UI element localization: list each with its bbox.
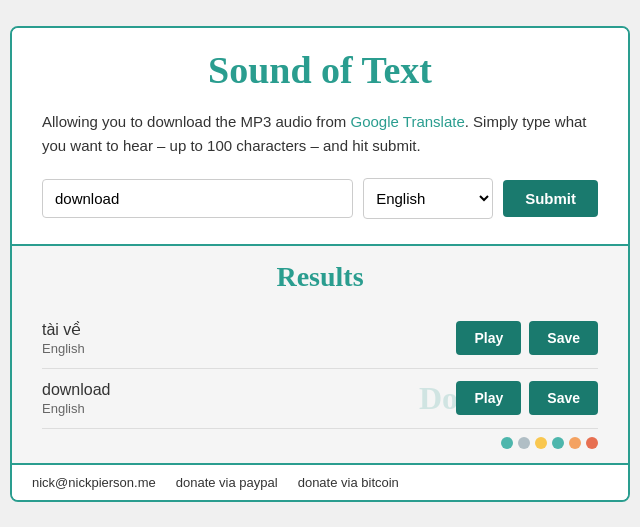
input-row: English Spanish French German Japanese C…	[42, 178, 598, 219]
submit-button[interactable]: Submit	[503, 180, 598, 217]
watermark: Do	[419, 380, 458, 417]
google-translate-link[interactable]: Google Translate	[351, 113, 465, 130]
footer-link-email[interactable]: nick@nickpierson.me	[32, 475, 156, 490]
dot-indicators	[501, 437, 598, 449]
dot-1	[501, 437, 513, 449]
app-title: Sound of Text	[42, 48, 598, 92]
result-text-1: tài về	[42, 320, 85, 339]
result-text-2: download	[42, 381, 111, 399]
footer-link-paypal[interactable]: donate via paypal	[176, 475, 278, 490]
result-info-1: tài về English	[42, 320, 85, 356]
play-button-1[interactable]: Play	[456, 321, 521, 355]
footer-link-bitcoin[interactable]: donate via bitcoin	[298, 475, 399, 490]
result-lang-1: English	[42, 341, 85, 356]
save-button-2[interactable]: Save	[529, 381, 598, 415]
results-section: Results tài về English Play Save downloa…	[12, 244, 628, 463]
description: Allowing you to download the MP3 audio f…	[42, 110, 598, 158]
description-before-link: Allowing you to download the MP3 audio f…	[42, 113, 351, 130]
play-button-2[interactable]: Play	[456, 381, 521, 415]
result-item-2: download English Do Play Save	[42, 369, 598, 429]
dot-5	[569, 437, 581, 449]
text-input[interactable]	[42, 179, 353, 218]
dot-4	[552, 437, 564, 449]
dot-2	[518, 437, 530, 449]
dot-indicators-row	[42, 429, 598, 453]
language-select[interactable]: English Spanish French German Japanese C…	[363, 178, 493, 219]
footer-section: nick@nickpierson.me donate via paypal do…	[12, 463, 628, 500]
top-section: Sound of Text Allowing you to download t…	[12, 28, 628, 244]
dot-6	[586, 437, 598, 449]
result-lang-2: English	[42, 401, 111, 416]
result-actions-2: Play Save	[456, 381, 598, 415]
footer-links: nick@nickpierson.me donate via paypal do…	[32, 475, 399, 490]
result-item-1: tài về English Play Save	[42, 308, 598, 369]
results-title: Results	[42, 261, 598, 293]
dot-3	[535, 437, 547, 449]
save-button-1[interactable]: Save	[529, 321, 598, 355]
result-actions-1: Play Save	[456, 321, 598, 355]
result-info-2: download English	[42, 381, 111, 416]
main-container: Sound of Text Allowing you to download t…	[10, 26, 630, 502]
